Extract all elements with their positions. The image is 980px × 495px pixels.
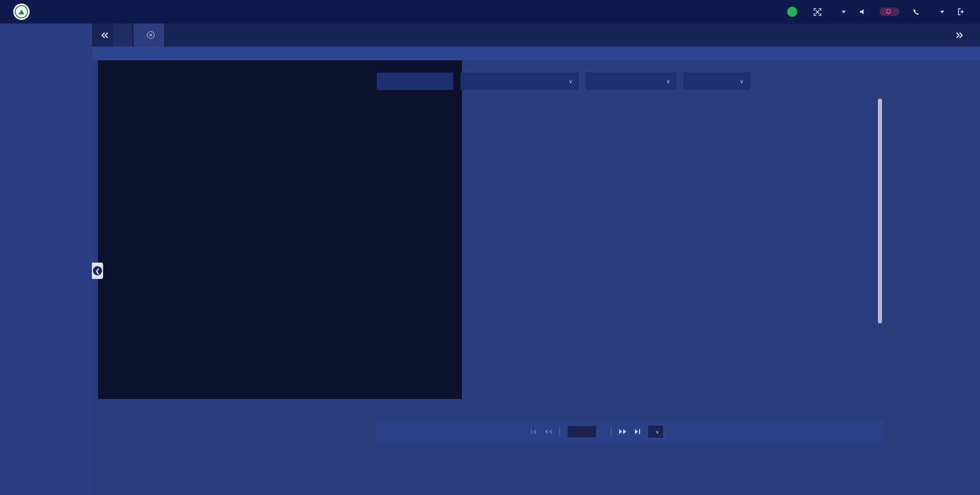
divider: [559, 428, 560, 436]
top-header: [0, 0, 980, 23]
tab-close-icon[interactable]: ✕: [147, 31, 155, 39]
theme-dropdown[interactable]: [838, 11, 846, 13]
notification-badge[interactable]: [879, 8, 899, 16]
chevron-down-icon: ∨: [740, 78, 744, 85]
last-page-button[interactable]: [634, 429, 641, 435]
tab-home[interactable]: [113, 23, 132, 46]
speaker-icon: [859, 8, 866, 15]
bell-icon: [886, 9, 891, 15]
chevron-down-icon: ∨: [666, 78, 670, 85]
phone-icon: [913, 8, 920, 15]
page-number-input[interactable]: [567, 426, 597, 438]
divider: [611, 428, 611, 436]
chevron-down-icon: [842, 11, 846, 13]
sidebar-collapse-handle[interactable]: ❮: [92, 263, 103, 279]
temperature: [787, 7, 800, 17]
next-page-button[interactable]: [619, 429, 627, 435]
first-page-button[interactable]: [530, 429, 537, 435]
filter-bar: ∨ ∨ ∨: [377, 73, 883, 90]
sidebar: [0, 23, 92, 495]
table-panel: ∨ ∨ ∨: [377, 73, 883, 442]
chevron-left-icon: ❮: [93, 266, 102, 275]
stats-bar: [92, 46, 980, 60]
table-scrollbar[interactable]: [878, 99, 882, 323]
help-button[interactable]: [913, 8, 923, 15]
region-filter-select[interactable]: ∨: [460, 73, 579, 90]
sound-button[interactable]: [859, 8, 866, 15]
prev-page-button[interactable]: [544, 429, 552, 435]
chevron-down-icon: ∨: [655, 429, 659, 435]
fullscreen-icon: [814, 8, 821, 16]
fullscreen-button[interactable]: [814, 8, 824, 16]
status-filter-select[interactable]: ∨: [683, 73, 750, 90]
app-root: ✕ ❮ ∨ ∨: [0, 0, 980, 495]
logout-icon: [958, 8, 965, 15]
page-size-select[interactable]: ∨: [648, 426, 663, 438]
name-filter-input[interactable]: [377, 73, 453, 90]
org-dropdown[interactable]: [936, 11, 944, 13]
industry-filter-select[interactable]: ∨: [586, 73, 676, 90]
content-area: ❮ ∨ ∨ ∨: [0, 60, 980, 495]
record-range-summary: [871, 428, 875, 436]
brand: [0, 4, 286, 20]
pagination-bar: ∨: [377, 421, 883, 442]
chevron-down-icon: [940, 11, 944, 13]
skyline-decoration: [0, 398, 92, 495]
tab-bar: ✕: [92, 23, 980, 46]
double-chevron-right-icon[interactable]: [955, 32, 964, 39]
app-logo-icon: [13, 4, 30, 20]
chevron-down-icon: ∨: [569, 78, 573, 85]
tabs-scroll-left-button[interactable]: [96, 23, 113, 46]
tab-realtime-monitor[interactable]: ✕: [134, 23, 164, 46]
table-body: [377, 95, 883, 421]
temperature-badge: [787, 7, 797, 17]
logout-button[interactable]: [958, 8, 968, 15]
double-chevron-left-icon: [101, 32, 109, 39]
enterprise-table: ∨: [377, 95, 883, 442]
